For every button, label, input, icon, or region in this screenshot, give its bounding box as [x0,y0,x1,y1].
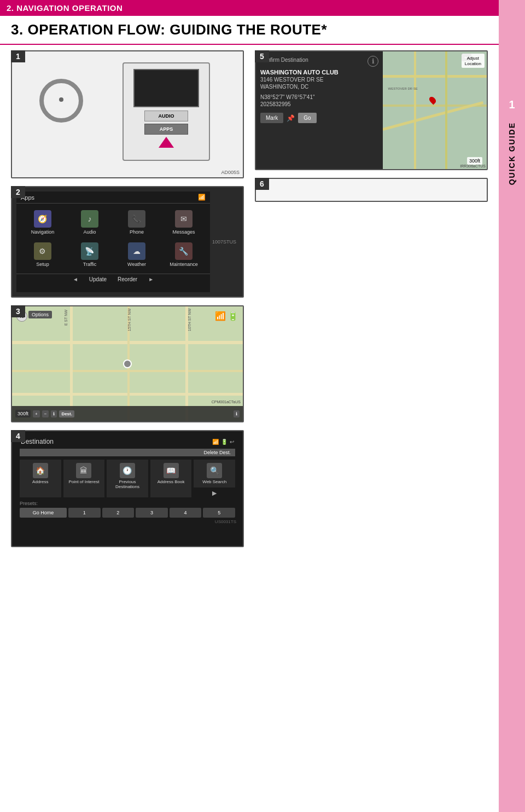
app-weather-label: Weather [127,262,146,267]
app-audio-label: Audio [83,229,96,235]
step-5-ref: IRR306aCTUS [460,164,486,168]
confirm-buttons: Mark 📌 Go [260,113,378,123]
poi-icon: 🏛 [76,463,91,478]
messages-icon: ✉ [175,210,192,228]
road-v1 [70,306,73,421]
conf-road-v2 [445,51,447,169]
step-3-image: E ST NW 15TH ST NW 10TH ST NW N Options … [12,306,243,421]
console-panel: AUDIO APPS [122,62,210,161]
prev-dest-item[interactable]: 🕐 Previous Destinations [107,460,148,497]
step-5-box: 5 Confirm Destination ℹ WASHINGTON AUTO … [255,50,488,170]
right-sidebar: 1 QUICK GUIDE [499,0,525,812]
more-arrow[interactable]: ► [211,489,218,497]
preset-go-home[interactable]: Go Home [20,508,67,518]
adjust-location-button[interactable]: Adjust Location [462,54,485,68]
update-btn[interactable]: Update [89,276,107,282]
app-audio[interactable]: ♪ Audio [67,207,113,238]
confirm-map-area: WESTOVER DR SE ↩ Adjust Location 300ft I… [383,51,487,169]
step-6-number: 6 [255,178,269,190]
confirm-coordinates: N38°52'7" W76°57'41" [260,94,378,100]
adjust-label: Adjust Location [465,56,481,66]
preset-2[interactable]: 2 [102,508,135,518]
street-label-3: 10TH ST NW [188,309,191,332]
apps-header: Apps 📶 [16,192,210,204]
preset-5[interactable]: 5 [203,508,235,518]
confirm-address-1: 3146 WESTOVER DR SE [260,77,378,83]
address-item[interactable]: 🏠 Address [20,460,61,497]
phone-icon: 📞 [128,210,145,228]
conf-road-v1 [414,51,416,169]
prev-dest-label: Previous Destinations [108,479,147,489]
step-5-image: Confirm Destination ℹ WASHINGTON AUTO CL… [256,51,487,169]
app-messages[interactable]: ✉ Messages [161,207,207,238]
maintenance-icon: 🔧 [175,242,192,260]
reorder-btn[interactable]: Reorder [118,276,137,282]
left-column: 1 AUDIO [11,50,244,547]
street-label-1: E ST NW [64,310,68,326]
confirm-address-2: WASHINGTON, DC [260,84,378,90]
app-navigation[interactable]: 🧭 Navigation [20,207,66,238]
step-5-number: 5 [255,50,269,62]
step-1-box: 1 AUDIO [11,50,244,178]
steering-center [59,97,63,102]
app-traffic[interactable]: 📡 Traffic [67,239,113,270]
presets-row: Go Home 1 2 3 4 5 [20,508,235,518]
mark-button[interactable]: Mark [260,113,283,123]
step-1-ref: AD005S [221,170,240,175]
options-button[interactable]: Options [28,311,52,318]
app-weather[interactable]: ☁ Weather [114,239,160,270]
map-distance: 300ft [15,410,31,417]
page-title: 3. OPERATION FLOW: GUIDING THE ROUTE* [0,16,525,45]
nav-icon: 🧭 [34,210,51,228]
dest-status-icons: 📶 🔋 ↩ [212,439,234,445]
web-search-item[interactable]: 🔍 Web Search [194,460,235,488]
go-button[interactable]: Go [298,113,316,123]
app-setup[interactable]: ⚙ Setup [20,239,66,270]
poi-label: Point of Interest [68,479,99,484]
address-book-icon: 📖 [164,463,179,478]
preset-1[interactable]: 1 [68,508,101,518]
preset-3[interactable]: 3 [136,508,168,518]
dest-button[interactable]: Dest. [59,410,74,417]
main-content: 1 AUDIO [0,45,499,553]
section-title: 2. NAVIGATION OPERATION [7,3,122,13]
zoom-in-btn[interactable]: + [33,410,40,417]
preset-4[interactable]: 4 [170,508,202,518]
step-2-box: 2 Apps 📶 🧭 Navigation ♪ Audio [11,186,244,298]
nav-screen [133,69,199,107]
confirm-info-icon[interactable]: ℹ [368,56,378,67]
step-1-image: AUDIO APPS AD005S [12,51,243,177]
confirm-place-name: WASHINGTON AUTO CLUB [260,69,378,76]
app-nav-label: Navigation [31,229,55,235]
info-btn[interactable]: ℹ [51,410,57,417]
confirm-dest-panel: Confirm Destination ℹ WASHINGTON AUTO CL… [256,51,383,169]
web-search-icon: 🔍 [207,463,222,478]
presets-label: Presets: [20,501,235,506]
delete-dest-button[interactable]: Delete Dest. [20,449,235,456]
map-status-icons: 📶 🔋 [215,311,238,321]
zoom-out-btn[interactable]: − [42,410,49,417]
app-msg-label: Messages [172,229,195,235]
address-book-label: Address Book [158,479,185,484]
web-search-more: 🔍 Web Search ► [194,460,235,497]
right-column: 5 Confirm Destination ℹ WASHINGTON AUTO … [255,50,488,547]
next-arrow[interactable]: ► [148,276,154,282]
step-3-ref: CPM001aCTaUS [212,400,241,404]
app-maintenance[interactable]: 🔧 Maintenance [161,239,207,270]
street-label-2: 15TH ST NW [127,309,131,332]
sidebar-label: QUICK GUIDE [508,122,516,185]
apps-button[interactable]: APPS [144,124,188,135]
step-4-ref: US0031TS [16,519,238,525]
address-book-item[interactable]: 📖 Address Book [150,460,192,497]
presets-section: Presets: Go Home 1 2 3 4 5 [16,500,238,519]
destination-grid: 🏠 Address 🏛 Point of Interest 🕐 Previous… [16,457,238,500]
step-3-box: 3 E ST NW 15TH ST NW 10TH ST NW N [11,305,244,422]
address-label: Address [32,479,48,484]
step-4-image: Destination 📶 🔋 ↩ Delete Dest. 🏠 Address [12,431,243,546]
app-phone[interactable]: 📞 Phone [114,207,160,238]
poi-item[interactable]: 🏛 Point of Interest [63,460,105,497]
map-info-btn-right[interactable]: ℹ [234,410,240,417]
audio-button[interactable]: AUDIO [144,111,188,121]
prev-arrow[interactable]: ◄ [73,276,78,282]
signal-icon: 📶 [215,311,226,321]
